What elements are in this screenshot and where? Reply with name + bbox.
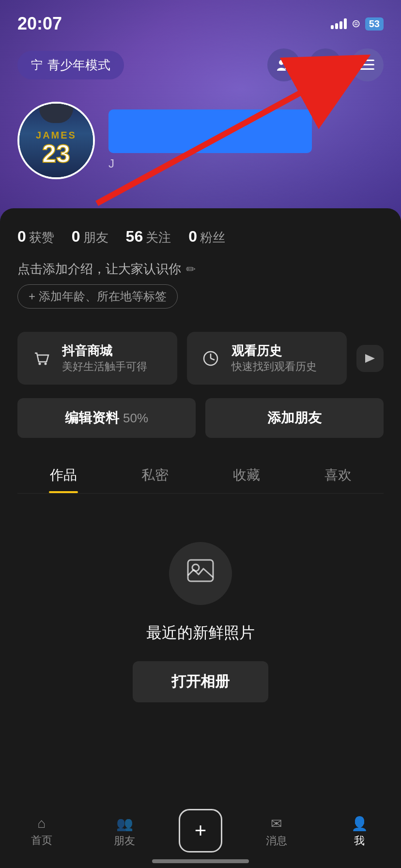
nav-messages[interactable]: ✉ 消息 (247, 816, 306, 848)
home-icon: ⌂ (37, 816, 46, 831)
bio-text[interactable]: 点击添加介绍，让大家认识你 ✏ (17, 261, 384, 278)
shop-tile[interactable]: 抖音商城 美好生活触手可得 (17, 332, 177, 385)
svg-point-9 (39, 362, 41, 365)
search-icon-btn[interactable] (309, 48, 342, 81)
empty-icon-circle (169, 542, 232, 605)
youth-shield-icon: 宁 (31, 57, 43, 73)
empty-state: 最近的新鲜照片 打开相册 (17, 494, 384, 731)
stat-likes: 0 获赞 (17, 228, 54, 246)
edit-bio-icon: ✏ (186, 263, 196, 276)
tab-private[interactable]: 私密 (109, 455, 200, 493)
status-icons: ⊜ 53 (331, 17, 384, 31)
username-block: J (108, 109, 384, 170)
battery-indicator: 53 (365, 17, 384, 31)
username-display (108, 109, 312, 153)
tabs-row: 作品 私密 收藏 喜欢 (17, 455, 384, 494)
history-text: 观看历史 快速找到观看历史 (231, 342, 317, 374)
tab-works[interactable]: 作品 (17, 455, 109, 493)
me-label: 我 (354, 834, 365, 848)
cart-icon (29, 346, 53, 371)
history-tile[interactable]: 观看历史 快速找到观看历史 (187, 332, 347, 385)
messages-label: 消息 (266, 834, 287, 848)
history-title: 观看历史 (231, 342, 317, 359)
top-nav: 宁 青少年模式 (0, 39, 401, 91)
profile-section: JAMES 23 J (0, 102, 401, 179)
tab-works-label: 作品 (50, 467, 77, 482)
username-subtitle: J (108, 157, 384, 170)
add-tag-label: + 添加年龄、所在地等标签 (29, 289, 167, 304)
shop-subtitle: 美好生活触手可得 (62, 359, 147, 374)
plus-icon: + (195, 819, 207, 842)
stat-likes-label: 获赞 (29, 229, 54, 246)
stat-following[interactable]: 56 关注 (126, 228, 171, 246)
stat-followers-label: 粉丝 (200, 229, 225, 246)
stat-following-label: 关注 (146, 229, 171, 246)
more-features-icon[interactable] (356, 345, 384, 372)
add-friend-label: 添加朋友 (267, 409, 322, 427)
svg-point-10 (45, 362, 47, 365)
svg-rect-4 (360, 60, 374, 61)
stats-row: 0 获赞 0 朋友 56 关注 0 粉丝 (17, 228, 384, 246)
status-bar: 20:07 ⊜ 53 (0, 0, 401, 39)
stat-following-count: 56 (126, 228, 143, 246)
jersey-number-text: 23 (42, 141, 70, 166)
nav-home[interactable]: ⌂ 首页 (13, 816, 71, 848)
bio-section: 点击添加介绍，让大家认识你 ✏ + 添加年龄、所在地等标签 (17, 261, 384, 309)
svg-rect-14 (188, 560, 213, 581)
feature-row: 抖音商城 美好生活触手可得 观看历史 快速找到观看历史 (17, 332, 384, 385)
create-button[interactable]: + (179, 809, 222, 852)
friends-label: 朋友 (114, 834, 135, 848)
svg-point-1 (284, 60, 289, 65)
svg-point-0 (279, 60, 284, 65)
youth-mode-badge[interactable]: 宁 青少年模式 (17, 51, 124, 79)
open-album-label: 打开相册 (171, 673, 230, 689)
home-label: 首页 (31, 833, 52, 848)
wifi-icon: ⊜ (352, 17, 360, 30)
svg-line-3 (328, 67, 332, 71)
edit-profile-button[interactable]: 编辑资料 50% (17, 398, 196, 438)
friends-nav-icon: 👥 (116, 816, 133, 832)
tab-liked[interactable]: 喜欢 (292, 455, 384, 493)
open-album-button[interactable]: 打开相册 (133, 661, 268, 702)
add-tag-button[interactable]: + 添加年龄、所在地等标签 (17, 284, 178, 309)
stat-followers-count: 0 (188, 228, 197, 246)
tab-private-label: 私密 (141, 467, 169, 482)
bottom-nav: ⌂ 首页 👥 朋友 + ✉ 消息 👤 我 (0, 805, 401, 868)
photo-placeholder-icon (186, 558, 215, 589)
home-indicator (152, 859, 249, 863)
stat-friends-count: 0 (72, 228, 80, 246)
svg-point-2 (320, 60, 329, 68)
stat-likes-count: 0 (17, 228, 26, 246)
signal-icon (331, 18, 347, 29)
bio-placeholder: 点击添加介绍，让大家认识你 (17, 261, 181, 278)
edit-progress-label: 50% (123, 411, 148, 426)
tab-liked-label: 喜欢 (324, 467, 352, 482)
message-icon: ✉ (271, 816, 282, 832)
friends-icon-btn[interactable] (267, 48, 300, 81)
history-subtitle: 快速找到观看历史 (231, 359, 317, 374)
stat-followers: 0 粉丝 (188, 228, 225, 246)
add-friend-button[interactable]: 添加朋友 (205, 398, 384, 438)
tab-saved[interactable]: 收藏 (200, 455, 292, 493)
svg-rect-5 (360, 64, 374, 65)
edit-profile-label: 编辑资料 (65, 409, 119, 427)
nav-icons (267, 48, 384, 81)
youth-mode-label: 青少年模式 (47, 57, 110, 74)
stat-friends: 0 朋友 (72, 228, 108, 246)
nav-me[interactable]: 👤 我 (330, 816, 388, 848)
shop-title: 抖音商城 (62, 342, 147, 359)
tab-saved-label: 收藏 (233, 467, 260, 482)
main-card: 0 获赞 0 朋友 56 关注 0 粉丝 点击添加介绍，让大家认识你 ✏ + 添… (0, 208, 401, 838)
shop-text: 抖音商城 美好生活触手可得 (62, 342, 147, 374)
nav-friends[interactable]: 👥 朋友 (95, 816, 154, 848)
avatar[interactable]: JAMES 23 (17, 102, 95, 179)
action-row: 编辑资料 50% 添加朋友 (17, 398, 384, 438)
svg-rect-6 (360, 68, 374, 70)
me-icon: 👤 (351, 816, 368, 832)
status-time: 20:07 (17, 14, 62, 34)
stat-friends-label: 朋友 (83, 229, 108, 246)
clock-icon (199, 346, 223, 371)
empty-title: 最近的新鲜照片 (146, 622, 255, 644)
svg-line-13 (211, 358, 215, 360)
menu-icon-btn[interactable] (351, 48, 384, 81)
